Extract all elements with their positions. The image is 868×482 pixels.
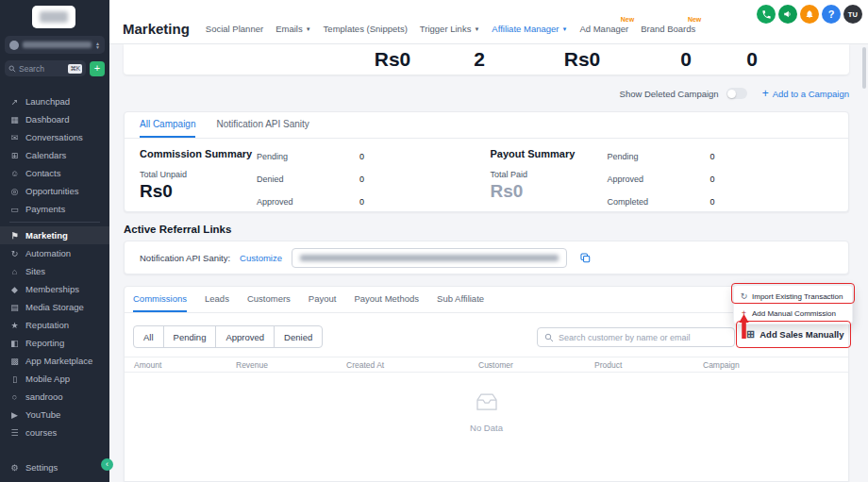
search-icon [544,333,554,342]
sidebar-item-courses[interactable]: ☰courses [0,424,109,441]
total-paid-label: Total Paid [491,170,608,179]
quick-add-button[interactable]: + [90,61,105,76]
nav-emails[interactable]: Emails▼ [275,24,310,34]
tab-notification-api-sanity[interactable]: Notification API Sanity [216,112,309,138]
phone-icon[interactable] [757,5,776,24]
nav-trigger-links[interactable]: Trigger Links▼ [420,24,480,34]
customize-link[interactable]: Customize [240,253,282,263]
tab-leads[interactable]: Leads [205,287,229,312]
tab-payout-methods[interactable]: Payout Methods [354,287,419,312]
automation-icon: ↻ [9,249,20,258]
sidebar-item-settings[interactable]: ⚙Settings [0,458,109,476]
sidebar-item-payments[interactable]: ▭Payments [0,200,109,218]
main-content: Rs0 2 Rs0 0 0 Show Deleted Campaign + Ad… [109,44,868,482]
menu-item-add-manual-commission[interactable]: + Add Manual Commission [734,305,852,322]
sidebar-collapse-button[interactable]: ‹ [101,458,113,471]
workspace-logo[interactable] [32,6,75,28]
user-avatar[interactable]: TU [843,5,862,24]
report-icon: ◧ [9,339,20,348]
summary-row: Pending0 [257,152,364,161]
tab-payout[interactable]: Payout [309,287,337,312]
summary-row: Approved0 [608,175,715,184]
chevron-down-icon: ▼ [474,26,479,32]
sidebar-item-label: Media Storage [25,302,84,312]
play-icon: ▶ [9,410,20,420]
filter-approved[interactable]: Approved [215,325,275,348]
contacts-icon: ☺ [9,169,20,178]
tab-sub-affiliate[interactable]: Sub Affiliate [437,287,484,312]
sidebar-search-row: Search ⌘K + [5,60,105,76]
sidebar-item-mobile-app[interactable]: ▯Mobile App [0,370,109,388]
nav-brand-boards[interactable]: Brand BoardsNew [641,24,695,34]
sidebar-item-memberships[interactable]: ◆Memberships [0,280,109,298]
sidebar-settings-wrap: ⚙Settings [0,458,109,476]
chevron-down-icon: ▼ [306,26,311,32]
stat-value: 0 [746,45,758,74]
chevron-updown-icon: ▲▼ [95,42,100,49]
sidebar-item-launchpad[interactable]: ↗Launchpad [0,92,109,110]
help-icon[interactable]: ? [822,5,841,24]
menu-item-import-existing-transaction[interactable]: ↻ Import Existing Transaction [734,288,852,305]
calendar-icon: ⊞ [9,151,20,160]
nav-templates-snippets[interactable]: Templates (Snippets) [324,24,408,34]
sidebar-item-contacts[interactable]: ☺Contacts [0,164,109,182]
summary-row: Completed0 [608,197,715,207]
tab-customers[interactable]: Customers [247,287,291,312]
add-sales-dropdown-menu: ↻ Import Existing Transaction + Add Manu… [733,285,853,324]
sales-stack-icon: ⊞ [746,328,755,341]
stat-value: 0 [680,45,692,74]
sidebar-item-media-storage[interactable]: ▤Media Storage [0,298,109,316]
sidebar-item-automation[interactable]: ↻Automation [0,244,109,262]
new-badge: New [621,16,634,23]
sidebar-item-marketing[interactable]: ⚑Marketing [0,226,109,244]
tab-commissions[interactable]: Commissions [133,287,187,312]
chat-icon: ✉ [9,133,20,142]
add-to-campaign-button[interactable]: + Add to a Campaign [762,89,849,99]
sidebar-item-opportunities[interactable]: ◎Opportunities [0,182,109,200]
nav-ad-manager[interactable]: Ad ManagerNew [579,24,628,34]
copy-icon[interactable] [576,248,595,267]
status-filter-group: All Pending Approved Denied [133,325,323,348]
total-unpaid-label: Total Unpaid [140,170,257,179]
sidebar-item-label: Launchpad [25,96,70,107]
filter-all[interactable]: All [133,325,164,348]
add-sales-manually-button[interactable]: ⊞ Add Sales Manually [746,328,843,341]
payout-summary-title: Payout Summary [491,148,608,159]
sidebar-item-reputation[interactable]: ★Reputation [0,316,109,334]
sidebar-item-sandrooo[interactable]: ○sandrooo [0,388,109,406]
search-placeholder: Search [19,64,65,74]
sidebar-item-label: YouTube [25,409,60,420]
tab-all-campaign[interactable]: All Campaign [140,112,195,138]
no-data-label: No Data [125,423,848,433]
customer-search-input[interactable] [559,333,727,342]
plus-icon: + [740,308,748,318]
referral-label: Notification API Sanity: [140,253,230,263]
toggle-knob [727,90,736,98]
nav-social-planner[interactable]: Social Planner [206,24,263,34]
referral-url-field[interactable] [292,248,567,268]
show-deleted-toggle[interactable] [726,88,747,99]
account-name-redacted [23,42,92,48]
sidebar-item-dashboard[interactable]: ▦Dashboard [0,110,109,128]
sidebar-item-youtube[interactable]: ▶YouTube [0,406,109,424]
nav-affiliate-manager[interactable]: Affiliate Manager▼ [492,24,567,34]
scrollbar-thumb[interactable] [862,47,866,89]
account-switcher[interactable]: ▲▼ [5,36,105,54]
bell-icon[interactable] [800,5,819,24]
megaphone-icon[interactable] [778,5,797,24]
sidebar-item-app-marketplace[interactable]: ▩App Marketplace [0,352,109,370]
list-icon: ☰ [9,428,20,438]
filter-denied[interactable]: Denied [274,325,323,348]
sidebar-item-reporting[interactable]: ◧Reporting [0,334,109,352]
sidebar-item-label: Automation [25,248,71,258]
total-paid-value: Rs0 [491,181,608,202]
sidebar-item-conversations[interactable]: ✉Conversations [0,128,109,146]
gear-icon: ⚙ [9,463,20,473]
sidebar-item-label: Contacts [25,168,61,178]
sidebar-search-input[interactable]: Search ⌘K [5,60,86,76]
sidebar-item-calendars[interactable]: ⊞Calendars [0,146,109,164]
summary-row: Approved0 [257,197,364,207]
sidebar-item-label: sandrooo [25,391,63,402]
sidebar-item-sites[interactable]: ⌂Sites [0,262,109,280]
filter-pending[interactable]: Pending [163,325,217,348]
